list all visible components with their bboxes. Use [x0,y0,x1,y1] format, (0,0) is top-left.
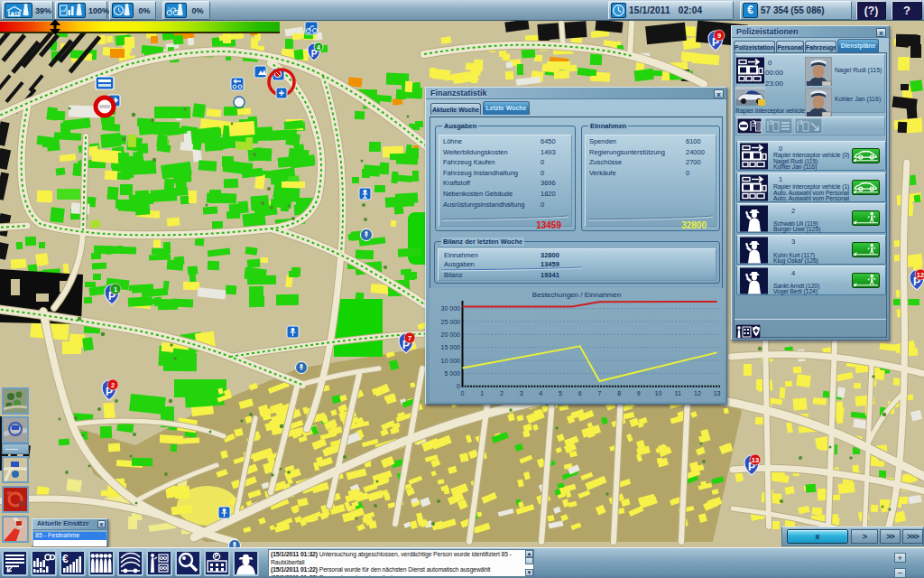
svg-text:7: 7 [408,334,411,342]
svg-text:12: 12 [694,390,701,396]
svg-text:1: 1 [114,285,117,294]
svg-text:4: 4 [317,44,320,51]
svg-text:30 000: 30 000 [441,305,461,312]
svg-text:9: 9 [637,390,641,396]
svg-text:12: 12 [917,271,924,279]
svg-text:15 000: 15 000 [441,344,461,350]
svg-text:25 000: 25 000 [441,319,461,325]
svg-text:20 000: 20 000 [441,331,461,338]
svg-text:4: 4 [539,390,542,396]
svg-text:2: 2 [111,381,115,389]
svg-text:10 000: 10 000 [441,358,461,364]
svg-text:8: 8 [617,390,621,396]
svg-text:6: 6 [578,390,582,396]
svg-text:1: 1 [480,390,484,396]
svg-text:5 000: 5 000 [444,370,460,377]
svg-text:0: 0 [461,390,465,396]
svg-text:P: P [215,553,219,559]
svg-text:5: 5 [559,390,562,396]
svg-text:3: 3 [520,390,523,396]
svg-text:€: € [62,553,69,565]
svg-text:0: 0 [457,383,460,389]
svg-text:10: 10 [655,390,662,396]
svg-text:11: 11 [675,390,681,396]
svg-text:7: 7 [597,390,601,396]
svg-text:13: 13 [714,390,721,396]
svg-text:2: 2 [500,390,504,396]
svg-text:13: 13 [752,456,759,464]
svg-text:9: 9 [717,32,721,40]
svg-text:Bestechungen / Einnahmen: Bestechungen / Einnahmen [532,291,621,299]
